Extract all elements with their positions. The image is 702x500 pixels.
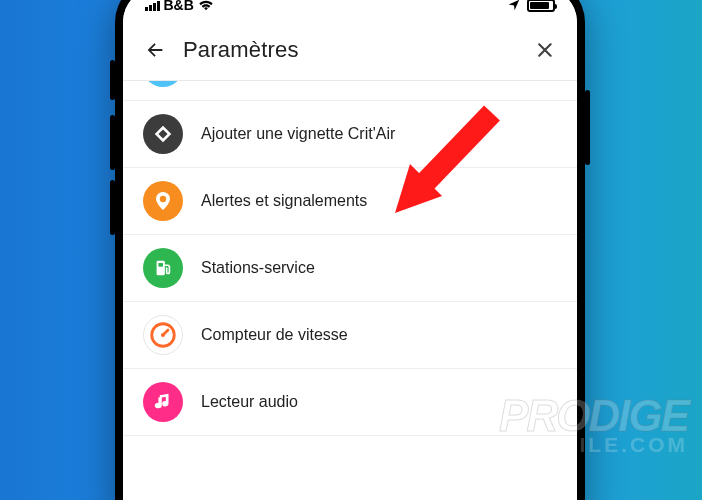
svg-point-0 <box>160 196 166 202</box>
phone-frame: B&B Paramètres <box>115 0 585 500</box>
list-item-label: Lecteur audio <box>201 393 298 411</box>
close-button[interactable] <box>531 36 559 64</box>
svg-rect-2 <box>158 263 163 267</box>
carrier-label: B&B <box>164 0 194 13</box>
svg-rect-1 <box>157 261 165 276</box>
alert-pin-icon <box>143 181 183 221</box>
phone-side-button <box>110 60 115 100</box>
list-item[interactable] <box>123 81 577 101</box>
gas-pump-icon <box>143 248 183 288</box>
phone-screen: B&B Paramètres <box>123 0 577 500</box>
list-item-label: Ajouter une vignette Crit'Air <box>201 125 395 143</box>
back-button[interactable] <box>141 36 169 64</box>
list-item-label: Stations-service <box>201 259 315 277</box>
battery-icon <box>527 0 555 12</box>
signal-icon <box>145 0 160 11</box>
list-item-gas[interactable]: Stations-service <box>123 235 577 302</box>
speedometer-icon <box>143 315 183 355</box>
list-item-audio[interactable]: Lecteur audio <box>123 369 577 436</box>
list-item-label: Compteur de vitesse <box>201 326 348 344</box>
arrow-left-icon <box>144 39 166 61</box>
phone-side-button <box>585 90 590 165</box>
list-item-speed[interactable]: Compteur de vitesse <box>123 302 577 369</box>
location-icon <box>507 0 521 12</box>
music-note-icon <box>143 382 183 422</box>
status-bar: B&B <box>123 0 577 22</box>
list-item-label: Alertes et signalements <box>201 192 367 210</box>
phone-side-button <box>110 115 115 170</box>
page-header: Paramètres <box>123 22 577 81</box>
svg-point-4 <box>161 333 165 337</box>
list-item-critair[interactable]: Ajouter une vignette Crit'Air <box>123 101 577 168</box>
list-item-alerts[interactable]: Alertes et signalements <box>123 168 577 235</box>
page-title: Paramètres <box>183 37 531 63</box>
phone-side-button <box>110 180 115 235</box>
diamond-icon <box>143 114 183 154</box>
settings-item-icon <box>143 81 183 87</box>
wifi-icon <box>198 0 214 11</box>
close-icon <box>535 40 555 60</box>
settings-list: Ajouter une vignette Crit'Air Alertes et… <box>123 81 577 436</box>
